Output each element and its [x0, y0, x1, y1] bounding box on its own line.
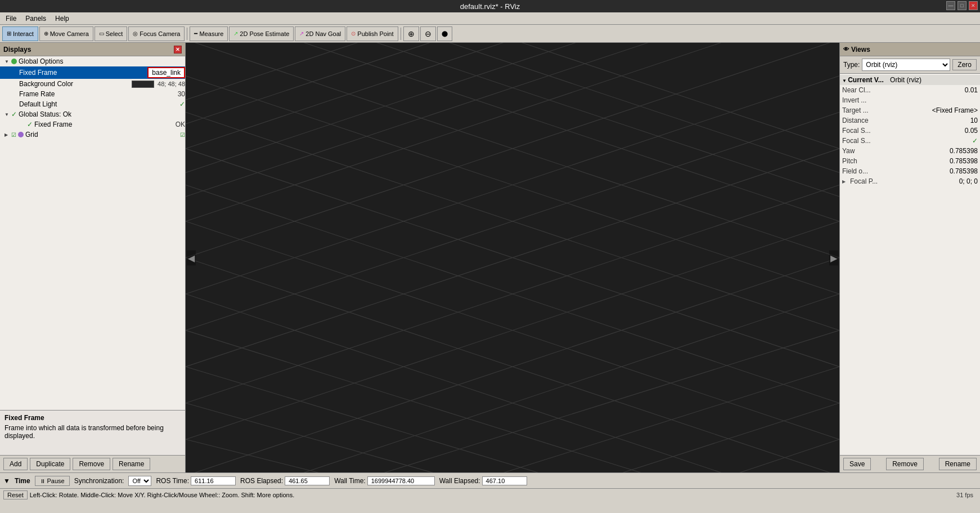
focal-p-val: 0; 0; 0: [959, 177, 978, 185]
fps-display: 31 fps: [953, 491, 977, 499]
field-o-key: Field o...: [842, 167, 947, 175]
zoom-out-icon[interactable]: ⊖: [420, 26, 436, 41]
pause-icon: ⏸: [40, 478, 47, 484]
viewport-arrow-left[interactable]: ◀: [187, 250, 196, 265]
views-save-button[interactable]: Save: [843, 458, 871, 470]
nav-goal-button[interactable]: ↗ 2D Nav Goal: [295, 26, 345, 41]
default-light-item[interactable]: Default Light ✓: [0, 99, 185, 109]
status-area: Fixed Frame Frame into which all data is…: [0, 410, 185, 455]
grid-item[interactable]: ▶ ☑ Grid ☑: [0, 130, 185, 140]
fixed-frame-item[interactable]: Fixed Frame base_link: [0, 66, 185, 79]
focal-p-row[interactable]: ▶ Focal P... 0; 0; 0: [840, 176, 980, 186]
interact-button[interactable]: ⊞ Interact: [2, 26, 38, 41]
displays-tree: ▼ Global Options Fixed Frame base_link B…: [0, 56, 185, 410]
pause-button[interactable]: ⏸ Pause: [35, 476, 70, 486]
focal-s2-key: Focal S...: [842, 137, 970, 145]
select-button[interactable]: ▭ Select: [95, 26, 128, 41]
rename-display-button[interactable]: Rename: [113, 458, 150, 470]
views-tree: ▼ Current V... Orbit (rviz) Near Cl... 0…: [840, 74, 980, 455]
camera-settings-icon[interactable]: ⬤: [437, 26, 452, 41]
views-title: Views: [851, 46, 870, 53]
ros-elapsed-value: 461.65: [285, 476, 330, 485]
background-color-label: Background Color: [19, 80, 132, 88]
global-status-item[interactable]: ▼ ✓ Global Status: Ok: [0, 109, 185, 119]
views-remove-button[interactable]: Remove: [886, 458, 924, 470]
viewport-arrow-right[interactable]: ▶: [829, 250, 838, 265]
menu-help[interactable]: Help: [52, 14, 73, 24]
pitch-val: 0.785398: [950, 157, 978, 165]
displays-buttons: Add Duplicate Remove Rename: [0, 455, 185, 472]
views-type-select[interactable]: Orbit (rviz): [862, 59, 950, 71]
measure-button[interactable]: ━ Measure: [190, 26, 228, 41]
move-camera-button[interactable]: ⊕ Move Camera: [39, 26, 93, 41]
ros-elapsed-field: ROS Elapsed: 461.65: [240, 476, 330, 485]
pitch-key: Pitch: [842, 157, 947, 165]
current-view-section[interactable]: ▼ Current V... Orbit (rviz): [840, 75, 980, 85]
toolbar: ⊞ Interact ⊕ Move Camera ▭ Select ◎ Focu…: [0, 25, 980, 43]
menu-file[interactable]: File: [2, 14, 20, 24]
target-row[interactable]: Target ... <Fixed Frame>: [840, 105, 980, 115]
frame-rate-label: Frame Rate: [19, 90, 176, 98]
global-options-dot: [11, 59, 17, 64]
ros-time-label: ROS Time:: [156, 477, 189, 485]
focus-camera-button[interactable]: ◎ Focus Camera: [128, 26, 185, 41]
gs-fixed-label: Fixed Frame: [34, 121, 173, 128]
current-view-arrow: ▼: [842, 78, 848, 83]
3d-viewport[interactable]: ◀ ▶: [186, 43, 839, 472]
displays-title: Displays: [3, 46, 31, 53]
views-type-label: Type:: [843, 61, 860, 69]
focal-s2-row[interactable]: Focal S... ✓: [840, 136, 980, 146]
publish-point-button[interactable]: ⊙ Publish Point: [347, 26, 398, 41]
pitch-row[interactable]: Pitch 0.785398: [840, 156, 980, 166]
grid-check[interactable]: ☑: [11, 132, 16, 138]
global-status-fixed-item[interactable]: ✓ Fixed Frame OK: [0, 119, 185, 130]
yaw-val: 0.785398: [950, 147, 978, 155]
default-light-check: ✓: [179, 100, 185, 108]
time-bar: ▼ Time ⏸ Pause Synchronization: Off ROS …: [0, 472, 980, 488]
time-collapse-arrow[interactable]: ▼: [3, 477, 10, 485]
frame-rate-item[interactable]: Frame Rate 30: [0, 89, 185, 99]
views-rename-button[interactable]: Rename: [939, 458, 977, 470]
views-header: 👁 Views: [840, 43, 980, 56]
field-o-row[interactable]: Field o... 0.785398: [840, 166, 980, 176]
status-description: Frame into which all data is transformed…: [5, 424, 181, 440]
minimize-button[interactable]: —: [946, 1, 955, 10]
grid-visualization: [186, 43, 839, 472]
ros-time-field: ROS Time: 611.16: [156, 476, 236, 485]
default-light-label: Default Light: [19, 100, 177, 108]
help-text: Left-Click: Rotate. Middle-Click: Move X…: [30, 492, 295, 498]
add-button[interactable]: Add: [3, 458, 28, 470]
toolbar-divider-2: [401, 28, 401, 40]
current-view-type: Orbit (rviz): [890, 76, 921, 84]
near-clip-row[interactable]: Near Cl... 0.01: [840, 85, 980, 95]
near-clip-val: 0.01: [965, 86, 978, 94]
background-color-swatch[interactable]: [132, 81, 154, 88]
pose-2d-button[interactable]: ↗ 2D Pose Estimate: [229, 26, 294, 41]
displays-close-button[interactable]: ✕: [174, 46, 182, 53]
wall-time-field: Wall Time: 1699944778.40: [334, 476, 435, 485]
menu-bar: File Panels Help: [0, 12, 980, 25]
menu-panels[interactable]: Panels: [22, 14, 50, 24]
fixed-frame-value[interactable]: base_link: [147, 67, 185, 78]
reset-button[interactable]: Reset: [3, 490, 28, 499]
global-options-item[interactable]: ▼ Global Options: [0, 56, 185, 66]
remove-display-button[interactable]: Remove: [73, 458, 110, 470]
status-title: Fixed Frame: [5, 414, 181, 422]
distance-row[interactable]: Distance 10: [840, 115, 980, 126]
toolbar-divider-1: [187, 28, 187, 40]
focal-s1-row[interactable]: Focal S... 0.05: [840, 126, 980, 136]
close-button[interactable]: ✕: [969, 1, 978, 10]
background-color-value: 48; 48; 48: [158, 81, 185, 87]
background-color-item[interactable]: Background Color 48; 48; 48: [0, 79, 185, 89]
zero-button[interactable]: Zero: [952, 59, 977, 70]
target-key: Target ...: [842, 106, 930, 114]
invert-row[interactable]: Invert ...: [840, 95, 980, 105]
duplicate-button[interactable]: Duplicate: [30, 458, 70, 470]
yaw-row[interactable]: Yaw 0.785398: [840, 146, 980, 156]
sync-select[interactable]: Off: [128, 476, 151, 486]
zoom-in-icon[interactable]: ⊕: [403, 26, 419, 41]
focal-s1-key: Focal S...: [842, 127, 963, 135]
global-options-arrow: ▼: [5, 59, 11, 64]
views-icon: 👁: [843, 46, 849, 52]
maximize-button[interactable]: □: [957, 1, 966, 10]
